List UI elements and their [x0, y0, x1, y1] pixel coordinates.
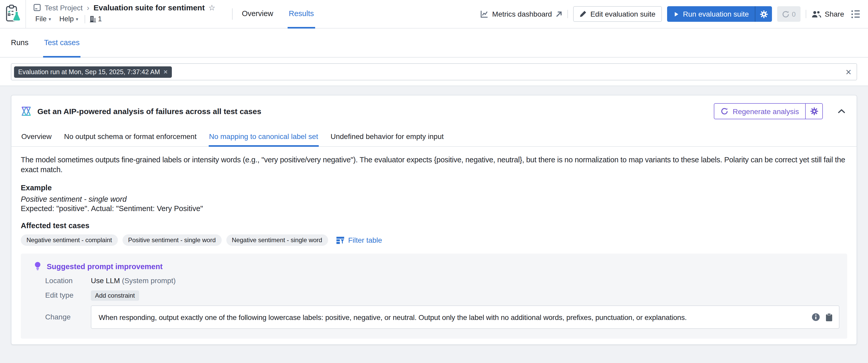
share-button[interactable]: Share [811, 10, 844, 18]
run-evaluation-suite-split-button: Run evaluation suite [667, 6, 772, 22]
analysis-tab-content: The model sometimes outputs fine-grained… [11, 147, 857, 344]
pencil-icon [579, 10, 587, 18]
run-settings-button[interactable] [755, 6, 772, 22]
location-label: Location [45, 277, 91, 285]
change-label: Change [45, 306, 91, 321]
location-value: Use LLM [91, 277, 120, 285]
refresh-queue-button[interactable]: 0 [777, 6, 800, 22]
regenerate-analysis-button[interactable]: Regenerate analysis [715, 104, 805, 119]
info-icon[interactable] [811, 313, 820, 322]
analysis-card-header: Get an AIP-powered analysis of failures … [11, 95, 857, 127]
change-text: When responding, output exactly one of t… [99, 313, 806, 322]
line-chart-icon [480, 10, 489, 18]
breadcrumb-chevron-icon: › [87, 3, 89, 12]
file-menu-label: File [35, 15, 47, 23]
external-link-icon [556, 11, 562, 18]
refresh-icon [721, 107, 728, 115]
breadcrumb: Test Project › Evaluation suite for sent… [26, 0, 223, 28]
gear-icon [760, 10, 768, 18]
sync-icon [782, 10, 790, 18]
affected-tag: Negative sentiment - single word [226, 235, 328, 246]
help-menu-label: Help [59, 15, 74, 23]
analysis-settings-button[interactable] [805, 104, 822, 119]
page-content: Get an AIP-powered analysis of failures … [0, 86, 868, 345]
gear-icon [810, 107, 818, 115]
suggestion-title: Suggested prompt improvement [47, 262, 162, 271]
change-box: When responding, output exactly one of t… [91, 306, 839, 329]
regenerate-analysis-split-button: Regenerate analysis [714, 103, 823, 119]
help-menu[interactable]: Help ▾ [57, 14, 81, 24]
run-evaluation-suite-label: Run evaluation suite [683, 10, 749, 18]
branch-count: 1 [98, 15, 102, 23]
filter-table-icon [336, 236, 344, 245]
analysis-body-text: The model sometimes outputs fine-grained… [21, 155, 847, 175]
main-tabs: Overview Results [241, 0, 315, 28]
filter-tag-label: Evaluation run at Mon, Sep 15, 2025, 7:3… [18, 68, 160, 75]
chevron-down-icon: ▾ [76, 16, 78, 22]
queue-count: 0 [792, 10, 796, 18]
favorite-star-icon[interactable]: ☆ [209, 4, 215, 11]
analysis-tab-no-output-schema[interactable]: No output schema or format enforcement [64, 127, 197, 147]
aip-icon [21, 106, 32, 117]
filter-table-link[interactable]: Filter table [336, 236, 382, 245]
project-icon [33, 4, 41, 11]
edit-type-label: Edit type [45, 291, 91, 299]
results-subtabs: Runs Test cases [0, 29, 868, 58]
analysis-title: Get an AIP-powered analysis of failures … [37, 107, 261, 116]
divider [567, 10, 568, 18]
analysis-tabs: Overview No output schema or format enfo… [11, 127, 857, 147]
subtab-runs[interactable]: Runs [10, 29, 30, 58]
subtab-test-cases[interactable]: Test cases [43, 29, 81, 58]
affected-heading: Affected test cases [21, 222, 847, 230]
copy-clipboard-icon[interactable] [826, 313, 833, 322]
clear-filters-icon[interactable]: × [846, 67, 851, 77]
example-heading: Example [21, 184, 847, 192]
metrics-dashboard-link[interactable]: Metrics dashboard [480, 10, 562, 18]
breadcrumb-project[interactable]: Test Project [44, 3, 83, 12]
properties-list-icon[interactable] [849, 8, 862, 20]
building-icon [89, 15, 96, 22]
location-note: (System prompt) [122, 277, 176, 285]
affected-tag: Positive sentiment - single word [123, 235, 222, 246]
aip-analysis-card: Get an AIP-powered analysis of failures … [11, 95, 857, 345]
suggested-improvement-panel: Suggested prompt improvement Location Us… [21, 254, 847, 339]
edit-evaluation-suite-label: Edit evaluation suite [590, 10, 655, 18]
share-label: Share [825, 10, 844, 18]
chevron-down-icon: ▾ [49, 16, 51, 22]
affected-tags-row: Negative sentiment - complaint Positive … [21, 235, 847, 246]
analysis-tab-overview[interactable]: Overview [21, 127, 52, 147]
page-title: Evaluation suite for sentiment [93, 3, 205, 12]
analysis-tab-undefined-behavior[interactable]: Undefined behavior for empty input [330, 127, 444, 147]
lightbulb-icon [34, 262, 41, 271]
example-detail: Expected: "positive". Actual: "Sentiment… [21, 205, 847, 213]
branch-indicator[interactable]: 1 [89, 15, 102, 23]
people-icon [811, 10, 821, 18]
filter-tag[interactable]: Evaluation run at Mon, Sep 15, 2025, 7:3… [14, 66, 172, 77]
file-menu[interactable]: File ▾ [33, 14, 53, 24]
divider [232, 8, 232, 20]
metrics-dashboard-label: Metrics dashboard [492, 10, 552, 18]
analysis-tab-no-mapping[interactable]: No mapping to canonical label set [209, 127, 318, 147]
app-logo[interactable] [0, 0, 26, 28]
collapse-panel-button[interactable] [836, 105, 847, 117]
regenerate-analysis-label: Regenerate analysis [733, 107, 799, 116]
run-evaluation-suite-button[interactable]: Run evaluation suite [667, 6, 755, 22]
example-case-name: Positive sentiment - single word [21, 195, 847, 203]
remove-filter-icon[interactable]: × [163, 68, 167, 75]
divider [805, 10, 806, 18]
filter-table-label: Filter table [348, 236, 382, 244]
divider [84, 15, 85, 23]
edit-type-value: Add constraint [91, 291, 139, 301]
affected-tag: Negative sentiment - complaint [21, 235, 118, 246]
filter-bar: Evaluation run at Mon, Sep 15, 2025, 7:3… [0, 58, 868, 86]
play-icon [673, 11, 679, 17]
suggestion-edit-type-row: Edit type Add constraint [34, 291, 839, 300]
tab-results[interactable]: Results [288, 0, 315, 29]
edit-evaluation-suite-button[interactable]: Edit evaluation suite [573, 6, 662, 22]
evaluation-app-icon [3, 4, 23, 24]
tab-overview[interactable]: Overview [241, 0, 274, 29]
suggestion-change-row: Change When responding, output exactly o… [34, 306, 839, 329]
top-bar: Test Project › Evaluation suite for sent… [0, 0, 868, 29]
suggestion-location-row: Location Use LLM (System prompt) [34, 277, 839, 285]
filter-input[interactable]: Evaluation run at Mon, Sep 15, 2025, 7:3… [11, 63, 857, 80]
